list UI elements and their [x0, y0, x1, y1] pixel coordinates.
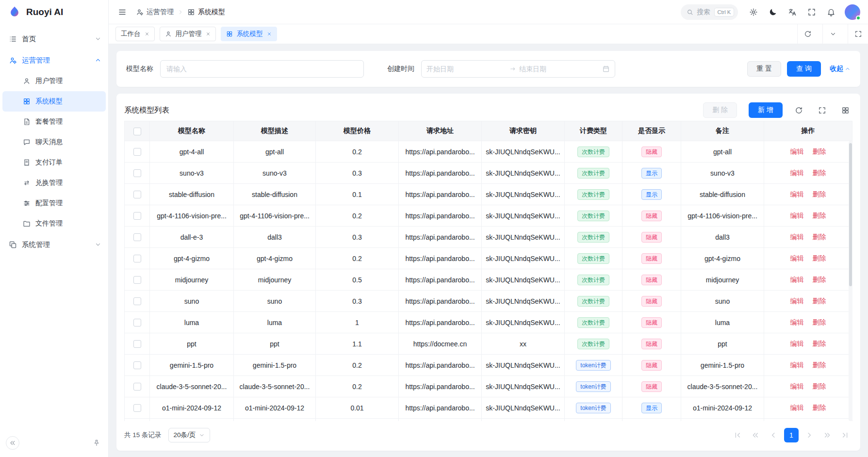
delete-link[interactable]: 删除: [812, 212, 826, 219]
delete-link[interactable]: 删除: [812, 254, 826, 262]
row-checkbox[interactable]: [133, 169, 141, 177]
row-checkbox[interactable]: [133, 319, 141, 326]
tab-workbench[interactable]: 工作台: [115, 27, 155, 41]
row-checkbox[interactable]: [133, 191, 141, 198]
reset-button[interactable]: 重 置: [747, 61, 781, 77]
current-page-button[interactable]: 1: [784, 428, 799, 442]
row-checkbox[interactable]: [133, 361, 141, 369]
fullscreen-button[interactable]: [804, 4, 819, 20]
row-checkbox[interactable]: [133, 383, 141, 391]
global-search[interactable]: 搜索 Ctrl K: [681, 4, 738, 20]
moon-icon: [769, 8, 777, 16]
edit-link[interactable]: 编辑: [790, 276, 804, 283]
delete-link[interactable]: 删除: [812, 169, 826, 177]
dark-mode-button[interactable]: [765, 4, 781, 20]
settings-button[interactable]: [746, 4, 761, 20]
sidebar-item-config-management[interactable]: 配置管理: [2, 193, 106, 213]
delete-link[interactable]: 删除: [812, 276, 826, 283]
sidebar-section-operations[interactable]: 运营管理: [0, 49, 108, 71]
edit-link[interactable]: 编辑: [790, 169, 804, 177]
breadcrumb-item-system-model[interactable]: 系统模型: [187, 8, 225, 16]
close-icon[interactable]: [267, 32, 272, 36]
sidebar-item-chat-messages[interactable]: 聊天消息: [2, 132, 106, 152]
sidebar-section-system[interactable]: 系统管理: [0, 234, 108, 255]
cell-remark: claude-3-5-sonnet-20...: [681, 376, 764, 397]
end-date-input[interactable]: [519, 65, 599, 73]
delete-link[interactable]: 删除: [812, 361, 826, 369]
edit-link[interactable]: 编辑: [790, 233, 804, 241]
delete-link[interactable]: 删除: [812, 404, 826, 411]
sidebar-item-redemption-management[interactable]: 兑换管理: [2, 173, 106, 193]
avatar[interactable]: [845, 4, 860, 20]
sidebar-item-package-management[interactable]: 套餐管理: [2, 112, 106, 132]
row-checkbox[interactable]: [133, 212, 141, 220]
sidebar-collapse-button[interactable]: [6, 436, 19, 450]
content-fullscreen-button[interactable]: [848, 24, 868, 44]
delete-link[interactable]: 删除: [812, 340, 826, 347]
table-scrollbar-thumb[interactable]: [849, 143, 852, 286]
start-date-input[interactable]: [426, 65, 507, 73]
row-checkbox[interactable]: [133, 276, 141, 284]
edit-link[interactable]: 编辑: [790, 318, 804, 326]
collapse-filter-link[interactable]: 收起: [830, 65, 851, 73]
edit-link[interactable]: 编辑: [790, 340, 804, 347]
delete-link[interactable]: 删除: [812, 147, 826, 155]
delete-link[interactable]: 删除: [812, 190, 826, 198]
prev-page-button[interactable]: [766, 428, 781, 442]
edit-link[interactable]: 编辑: [790, 404, 804, 411]
language-button[interactable]: [785, 4, 800, 20]
tab-system-model[interactable]: 系统模型: [221, 27, 277, 41]
row-checkbox[interactable]: [133, 148, 141, 156]
select-all-checkbox[interactable]: [133, 128, 141, 135]
edit-link[interactable]: 编辑: [790, 297, 804, 305]
row-checkbox[interactable]: [133, 404, 141, 412]
breadcrumb-item-operations[interactable]: 运营管理: [136, 8, 174, 16]
logo[interactable]: Ruoyi AI: [0, 0, 108, 24]
edit-link[interactable]: 编辑: [790, 254, 804, 262]
row-checkbox[interactable]: [133, 255, 141, 262]
edit-link[interactable]: 编辑: [790, 147, 804, 155]
edit-link[interactable]: 编辑: [790, 190, 804, 198]
sidebar-item-file-management[interactable]: 文件管理: [2, 213, 106, 234]
model-name-input[interactable]: [160, 60, 364, 78]
menu-toggle-button[interactable]: [115, 4, 130, 20]
refresh-tab-button[interactable]: [797, 24, 818, 44]
row-checkbox[interactable]: [133, 340, 141, 348]
sidebar-item-system-model[interactable]: 系统模型: [2, 91, 106, 112]
next-page-button[interactable]: [802, 428, 817, 442]
notifications-button[interactable]: [823, 4, 839, 20]
close-icon[interactable]: [206, 32, 211, 36]
jump-back-button[interactable]: [748, 428, 763, 442]
page-size-select[interactable]: 20条/页: [168, 428, 211, 442]
edit-link[interactable]: 编辑: [790, 212, 804, 219]
first-page-button[interactable]: [730, 428, 745, 442]
last-page-button[interactable]: [838, 428, 852, 442]
edit-link[interactable]: 编辑: [790, 382, 804, 390]
add-button[interactable]: 新 增: [749, 102, 783, 118]
cell-request-key: sk-JIUQLNndqSeKWU...: [482, 227, 565, 248]
edit-link[interactable]: 编辑: [790, 361, 804, 369]
close-icon[interactable]: [145, 32, 149, 36]
sidebar-item-user-management[interactable]: 用户管理: [2, 71, 106, 91]
table-row: gpt-4-all gpt-all 0.2 https://api.pandar…: [125, 141, 852, 163]
create-time-range-picker[interactable]: [421, 60, 615, 78]
delete-link[interactable]: 删除: [812, 318, 826, 326]
tab-options-button[interactable]: [822, 24, 843, 44]
delete-link[interactable]: 删除: [812, 382, 826, 390]
refresh-table-button[interactable]: [791, 103, 806, 117]
home-icon: [9, 35, 17, 43]
batch-delete-button[interactable]: 删 除: [703, 102, 737, 118]
table-fullscreen-button[interactable]: [815, 103, 829, 117]
query-button[interactable]: 查 询: [787, 61, 821, 77]
sidebar-section-home[interactable]: 首页: [0, 28, 108, 49]
row-checkbox[interactable]: [133, 233, 141, 241]
row-checkbox[interactable]: [133, 297, 141, 305]
column-settings-button[interactable]: [838, 103, 852, 117]
delete-link[interactable]: 删除: [812, 233, 826, 241]
sidebar-item-payment-orders[interactable]: 支付订单: [2, 152, 106, 173]
delete-link[interactable]: 删除: [812, 297, 826, 305]
pin-sidebar-button[interactable]: [93, 439, 100, 447]
col-actions: 操作: [764, 121, 852, 141]
tab-user-management[interactable]: 用户管理: [160, 27, 216, 41]
jump-forward-button[interactable]: [820, 428, 835, 442]
